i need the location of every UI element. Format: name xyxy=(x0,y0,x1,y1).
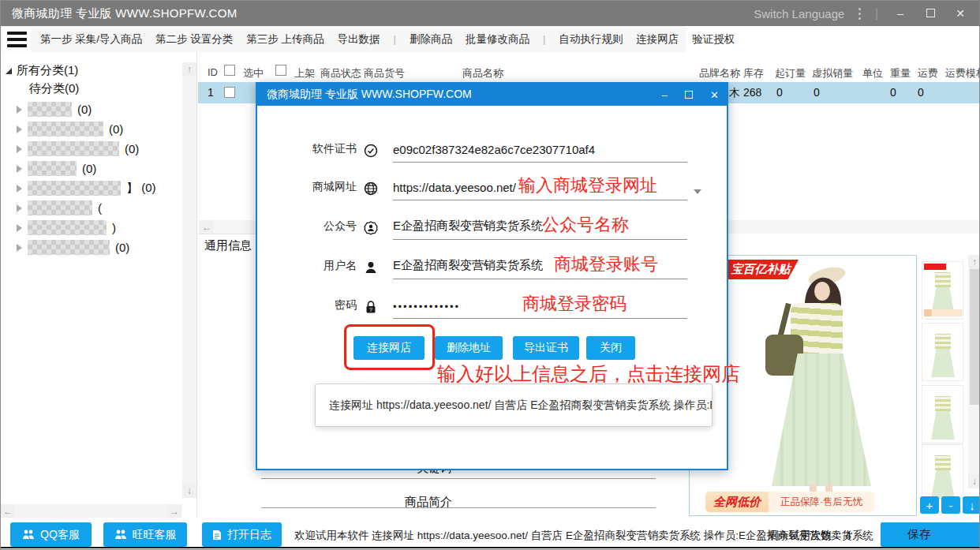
hamburger-menu-icon[interactable] xyxy=(2,27,32,51)
tree-item-count: 】 (0) xyxy=(126,181,156,196)
expand-icon[interactable] xyxy=(17,145,22,153)
delete-address-button[interactable]: 删除地址 xyxy=(435,336,503,360)
certificate-input[interactable]: e09c02f387324e82a6c7ce2307710af4 xyxy=(393,143,687,163)
column-header[interactable]: 商品状态 xyxy=(320,66,361,80)
scroll-up-icon[interactable]: ↑ xyxy=(968,255,980,269)
column-header[interactable]: 库存 xyxy=(743,66,764,80)
description-input-underline[interactable] xyxy=(261,507,656,508)
keywords-input-underline[interactable] xyxy=(261,478,656,479)
column-header[interactable]: 上架 xyxy=(294,66,315,80)
row-cell: 0 xyxy=(776,86,783,99)
menu-item[interactable]: 第二步 设置分类 xyxy=(155,32,233,47)
download-image-button[interactable]: ↓ xyxy=(963,496,980,514)
scroll-down-icon[interactable]: ↓ xyxy=(182,484,196,498)
open-log-button[interactable]: 打开日志 xyxy=(202,522,282,547)
redacted-category-name xyxy=(28,220,107,235)
menu-separator: | xyxy=(394,33,396,45)
dialog-close-button[interactable]: ✕ xyxy=(710,89,719,101)
scroll-left-icon[interactable]: ← xyxy=(1,504,15,518)
menu-separator: | xyxy=(543,33,545,45)
column-header[interactable]: 运费模板 xyxy=(945,66,980,80)
menu-item[interactable]: 导出数据 xyxy=(338,32,380,47)
product-thumbnail[interactable] xyxy=(922,444,963,503)
thumbs-scrollbar[interactable] xyxy=(968,255,980,488)
menu-item[interactable]: 验证授权 xyxy=(692,32,735,47)
expand-icon[interactable] xyxy=(17,204,22,212)
expand-icon[interactable] xyxy=(17,106,22,114)
tree-item-count: (0) xyxy=(125,142,139,155)
scrollbar-thumb[interactable] xyxy=(970,263,979,405)
row-cell: 0 xyxy=(918,86,924,99)
tree-item-redacted[interactable]: (0) xyxy=(17,99,156,119)
menu-item[interactable]: 第三步 上传商品 xyxy=(246,32,324,47)
product-thumbnail[interactable] xyxy=(922,323,963,381)
tree-item-redacted[interactable]: 】 (0) xyxy=(17,178,156,198)
titlebar-divider: | xyxy=(875,7,878,20)
maximize-button[interactable] xyxy=(922,7,938,20)
row-checkbox[interactable] xyxy=(224,87,235,98)
column-header[interactable]: 商品货号 xyxy=(364,66,405,80)
redacted-category-name xyxy=(28,161,77,176)
expand-icon[interactable] xyxy=(17,185,22,193)
close-button[interactable]: ✕ xyxy=(952,7,968,20)
zoom-out-button[interactable]: - xyxy=(941,496,960,514)
menu-item[interactable]: 自动执行规则 xyxy=(559,32,623,47)
more-options-icon[interactable] xyxy=(858,8,861,20)
onsale-all-checkbox[interactable] xyxy=(275,65,286,76)
export-certificate-button[interactable]: 导出证书 xyxy=(513,336,579,360)
dialog-maximize-button[interactable] xyxy=(685,89,693,101)
tree-item-redacted[interactable]: (0) xyxy=(17,159,156,178)
column-header[interactable]: 品牌名称 xyxy=(699,66,740,80)
dialog-minimize-button[interactable]: – xyxy=(662,89,668,101)
dropdown-arrow-icon[interactable] xyxy=(694,189,701,194)
tree-item-pending[interactable]: 待分类(0) xyxy=(29,81,79,96)
dialog-close-action-button[interactable]: 关闭 xyxy=(586,336,635,360)
bottom-bar: QQ客服 旺旺客服 打开日志 欢迎试用本软件 连接网址 https://data… xyxy=(1,518,980,550)
expand-icon[interactable] xyxy=(17,125,22,133)
menu-item[interactable]: 批量修改商品 xyxy=(466,32,529,47)
tree-item-redacted[interactable]: (0) xyxy=(17,119,156,139)
column-header[interactable]: 选中 xyxy=(243,66,264,80)
tab-general-info[interactable]: 通用信息 xyxy=(204,238,252,253)
save-button[interactable]: 保存 xyxy=(881,522,980,547)
tree-item-all-categories[interactable]: 所有分类(1) xyxy=(6,63,78,78)
qq-support-button[interactable]: QQ客服 xyxy=(10,522,92,547)
annotation-username: 商城登录账号 xyxy=(554,253,658,276)
column-header[interactable]: 运费 xyxy=(918,66,938,80)
official-account-input[interactable]: E企盈招商裂变营销卖货系统 xyxy=(393,219,687,240)
column-header[interactable]: 重量 xyxy=(890,66,911,80)
promo-banner-mini xyxy=(924,264,946,270)
tree-vertical-scrollbar[interactable] xyxy=(182,62,196,498)
tree-item-redacted[interactable]: ( xyxy=(17,198,156,218)
scroll-up-icon[interactable]: ↑ xyxy=(182,62,196,77)
tree-item-count: ) xyxy=(112,221,116,234)
menu-item[interactable]: 删除商品 xyxy=(410,32,452,47)
switch-language-button[interactable]: Switch Language xyxy=(754,7,844,21)
tree-item-redacted[interactable]: ) xyxy=(17,218,156,238)
scroll-left-icon[interactable]: ← xyxy=(200,220,214,234)
column-header[interactable]: 商品名称 xyxy=(462,66,503,80)
select-all-checkbox[interactable] xyxy=(224,65,235,76)
product-thumbnail[interactable] xyxy=(922,385,963,443)
menu-item[interactable]: 连接网店 xyxy=(636,32,679,47)
tree-item-redacted[interactable]: (0) xyxy=(17,238,156,257)
expand-icon[interactable] xyxy=(17,165,22,173)
row-cell: 0 xyxy=(890,86,896,99)
column-header[interactable]: 单位 xyxy=(862,66,883,80)
expand-icon[interactable] xyxy=(17,224,22,232)
collapse-icon[interactable] xyxy=(6,68,12,74)
column-header[interactable]: 起订量 xyxy=(775,66,806,80)
tree-item-redacted[interactable]: (0) xyxy=(17,139,156,159)
expand-icon[interactable] xyxy=(17,244,22,252)
product-thumbnail[interactable] xyxy=(922,261,963,320)
minimize-button[interactable]: – xyxy=(892,7,908,20)
menu-item[interactable]: 第一步 采集/导入商品 xyxy=(40,32,142,47)
column-header[interactable]: ID xyxy=(208,66,218,78)
zoom-in-button[interactable]: + xyxy=(920,496,939,514)
redacted-category-name xyxy=(28,181,121,196)
column-header[interactable]: 虚拟销量 xyxy=(812,66,853,80)
tree-horizontal-scrollbar[interactable] xyxy=(1,504,182,518)
wangwang-support-button[interactable]: 旺旺客服 xyxy=(103,522,187,547)
scroll-down-icon[interactable]: ↓ xyxy=(968,474,980,488)
scroll-right-icon[interactable]: → xyxy=(167,504,181,518)
